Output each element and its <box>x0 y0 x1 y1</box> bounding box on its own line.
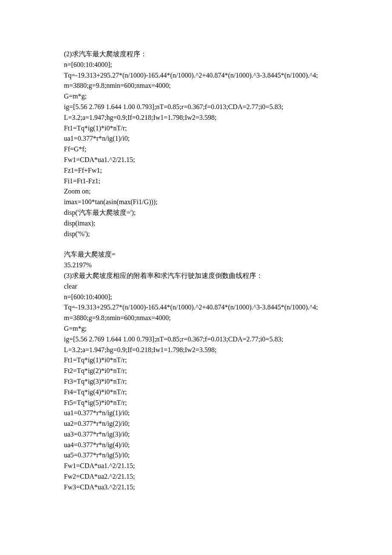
code-line: ua1=0.377*r*n/ig(1)/i0; <box>64 133 328 144</box>
code-line: m=3880;g=9.8;nmin=600;nmax=4000; <box>64 81 328 91</box>
document-page: (2)求汽车最大爬坡度程序：n=[600:10:4000];Tq=-19.313… <box>0 0 392 555</box>
code-line: Ft1=Tq*ig(1)*i0*nT/r; <box>64 355 328 366</box>
code-line: imax=100*tan(asin(max(Fi1/G))); <box>64 197 328 208</box>
code-line: L=3.2;a=1.947;hg=0.9;If=0.218;Iw1=1.798;… <box>64 345 328 356</box>
code-line: (2)求汽车最大爬坡度程序： <box>64 49 328 60</box>
code-line: ua3=0.377*r*n/ig(3)/i0; <box>64 429 328 440</box>
code-line: Ft3=Tq*ig(3)*i0*nT/r; <box>64 376 328 387</box>
code-line: Ft4=Tq*ig(4)*i0*nT/r; <box>64 387 328 398</box>
code-line: Ft1=Tq*ig(1)*i0*nT/r; <box>64 123 328 134</box>
code-line: disp('%'); <box>64 229 328 240</box>
blank-line <box>64 239 328 249</box>
code-line: m=3880;g=9.8;nmin=600;nmax=4000; <box>64 313 328 324</box>
code-line: n=[600:10:4000]; <box>64 60 328 70</box>
code-line: Fw1=CDA*ua1.^2/21.15; <box>64 461 328 471</box>
code-line: G=m*g; <box>64 324 328 334</box>
code-line: Fw3=CDA*ua3.^2/21.15; <box>64 482 328 493</box>
code-line: n=[600:10:4000]; <box>64 292 328 303</box>
code-line: 35.2197% <box>64 260 328 271</box>
code-line: (3)求最大爬坡度相应的附着率和求汽车行驶加速度倒数曲线程序： <box>64 271 328 281</box>
code-line: Ff=G*f; <box>64 144 328 155</box>
code-line: Fz1=Ff+Fw1; <box>64 165 328 176</box>
code-line: Tq=-19.313+295.27*(n/1000)-165.44*(n/100… <box>64 70 328 81</box>
code-line: ua5=0.377*r*n/ig(5)/i0; <box>64 450 328 461</box>
code-line: Ft2=Tq*ig(2)*i0*nT/r; <box>64 366 328 376</box>
code-line: ig=[5.56 2.769 1.644 1.00 0.793];nT=0.85… <box>64 102 328 113</box>
code-line: Fw1=CDA*ua1.^2/21.15; <box>64 155 328 165</box>
code-line: clear <box>64 281 328 292</box>
code-line: 汽车最大爬坡度= <box>64 249 328 260</box>
code-line: ig=[5.56 2.769 1.644 1.00 0.793];nT=0.85… <box>64 334 328 345</box>
code-line: Ft5=Tq*ig(5)*i0*nT/r; <box>64 398 328 408</box>
code-line: disp(imax); <box>64 218 328 229</box>
code-line: G=m*g; <box>64 91 328 102</box>
code-line: disp('汽车最大爬坡度='); <box>64 208 328 218</box>
code-line: L=3.2;a=1.947;hg=0.9;If=0.218;Iw1=1.798;… <box>64 113 328 123</box>
code-line: Fw2=CDA*ua2.^2/21.15; <box>64 471 328 482</box>
code-line: ua2=0.377*r*n/ig(2)/i0; <box>64 419 328 429</box>
code-line: ua4=0.377*r*n/ig(4)/i0; <box>64 440 328 451</box>
code-line: Fi1=Ft1-Fz1; <box>64 176 328 187</box>
code-line: Tq=-19.313+295.27*(n/1000)-165.44*(n/100… <box>64 302 328 313</box>
code-line: Zoom on; <box>64 186 328 197</box>
code-line: ua1=0.377*r*n/ig(1)/i0; <box>64 408 328 419</box>
